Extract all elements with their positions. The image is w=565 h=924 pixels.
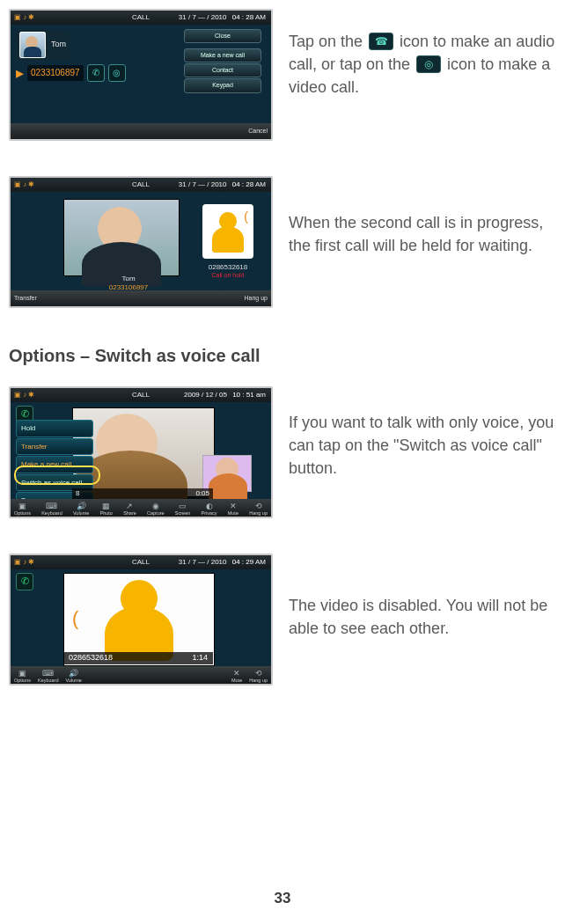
tool-hangup[interactable]: ⟲Hang up — [249, 502, 268, 517]
thumb-bottombar: Cancel — [11, 123, 271, 139]
status-icons: ▣ ♪ ✱ — [14, 390, 34, 400]
ampm-text: AM — [255, 180, 266, 188]
new-call-button[interactable]: Make a new call — [184, 48, 261, 62]
status-icons: ▣ ♪ ✱ — [14, 12, 34, 23]
menu-hold[interactable]: Hold — [16, 420, 93, 437]
text: When the second call is in progress, the… — [289, 211, 565, 257]
screenshot-switch-voice: ▣ ♪ ✱ CALL 2009 / 12 / 05 10 : 51 am ✆ H… — [9, 386, 273, 518]
tool-privacy[interactable]: ◐Privacy — [201, 502, 216, 517]
tool-volume[interactable]: 🔊Volume — [73, 502, 89, 517]
desc-block-1: Tap on the icon to make an audio call, o… — [273, 9, 565, 99]
text: If you want to talk with only voice, you… — [289, 411, 565, 480]
menu-new-call[interactable]: Make a new call — [16, 456, 93, 473]
audio-call-inline-icon — [369, 33, 393, 50]
dial-number: 0233106897 — [27, 65, 84, 82]
text: The video is disabled. You will not be a… — [289, 594, 565, 640]
call-number: 0286532618 — [69, 652, 113, 664]
date-text: 31 / 7 — / 2010 — [179, 558, 227, 566]
number-duration-bar: 0286532618 1:14 — [63, 652, 213, 664]
caret-icon: ▸ — [16, 62, 24, 84]
tool-keyboard[interactable]: ⌨Keyboard — [41, 502, 62, 517]
handset-icon: ( — [244, 208, 248, 225]
tool-photo[interactable]: ▦Photo — [100, 502, 113, 517]
caller-name: Tom — [121, 275, 135, 282]
audio-call-icon[interactable]: ✆ — [87, 64, 105, 82]
clock-text: 04 : 28 — [232, 13, 253, 21]
thumb-topbar: ▣ ♪ ✱ CALL 31 / 7 — / 2010 04 : 28 AM — [11, 178, 271, 192]
call-duration: 1:14 — [192, 652, 208, 664]
section-heading: Options – Switch as voice call — [9, 343, 565, 369]
desc-block-4: The video is disabled. You will not be a… — [273, 554, 565, 640]
status-icons: ▣ ♪ ✱ — [14, 180, 34, 190]
transfer-button[interactable]: Transfer — [14, 294, 37, 303]
tool-options[interactable]: ▣Options — [14, 670, 31, 684]
video-call-inline-icon — [416, 55, 441, 73]
call-duration: 0:05 — [195, 488, 209, 499]
pip-video-area — [202, 455, 252, 492]
cancel-button[interactable]: Cancel — [248, 127, 268, 136]
active-call-icon: ✆ — [16, 573, 33, 590]
main-video-area — [63, 199, 180, 276]
thumb-topbar: ▣ ♪ ✱ CALL 31 / 7 — / 2010 04 : 29 AM — [11, 555, 271, 569]
hangup-button[interactable]: Hang up — [245, 294, 268, 303]
contact-row: Tom — [16, 30, 70, 60]
menu-transfer[interactable]: Transfer — [16, 438, 93, 456]
contact-name: Tom — [51, 39, 66, 50]
handset-icon: ( — [72, 605, 78, 633]
thumb-topbar: ▣ ♪ ✱ CALL 2009 / 12 / 05 10 : 51 am — [11, 388, 271, 402]
clock-text: 04 : 29 — [232, 558, 253, 566]
screenshot-video-disabled: ▣ ♪ ✱ CALL 31 / 7 — / 2010 04 : 29 AM ✆ … — [9, 554, 273, 686]
screenshot-new-call: ▣ ♪ ✱ CALL 31 / 7 — / 2010 04 : 28 AM To… — [9, 9, 273, 141]
tool-options[interactable]: ▣Options — [14, 502, 31, 517]
date-text: 31 / 7 — / 2010 — [179, 180, 227, 188]
silhouette-icon — [101, 580, 177, 659]
clock-text: 04 : 28 — [232, 180, 253, 188]
thumb-bottombar: Transfer Hang up — [11, 290, 271, 306]
text: Tap on the — [289, 33, 367, 50]
duration-bar: 8 0:05 — [72, 488, 213, 499]
call-title: CALL — [132, 12, 150, 23]
held-status: Call on hold — [202, 271, 253, 280]
call-title: CALL — [132, 557, 150, 568]
video-call-icon[interactable]: ◎ — [108, 64, 126, 82]
tool-volume[interactable]: 🔊Volume — [66, 670, 82, 684]
tool-hangup[interactable]: ⟲Hang up — [249, 670, 268, 684]
thumb-topbar: ▣ ♪ ✱ CALL 31 / 7 — / 2010 04 : 28 AM — [11, 11, 271, 25]
ampm-text: AM — [255, 13, 266, 21]
tool-keyboard[interactable]: ⌨Keyboard — [38, 670, 59, 684]
button-panel: Close Make a new call Contact Keypad — [183, 28, 262, 94]
clock-text: 10 : 51 — [232, 391, 253, 399]
keypad-button[interactable]: Keypad — [184, 78, 261, 92]
date-text: 31 / 7 — / 2010 — [179, 13, 227, 21]
date-text: 2009 / 12 / 05 — [184, 391, 227, 399]
clock: 31 / 7 — / 2010 04 : 28 AM — [179, 12, 266, 23]
tool-share[interactable]: ↗Share — [123, 502, 136, 517]
call-title: CALL — [132, 180, 150, 190]
status-icons: ▣ ♪ ✱ — [14, 557, 34, 568]
tool-mute[interactable]: ✕Mute — [228, 502, 238, 517]
screenshot-second-call: ▣ ♪ ✱ CALL 31 / 7 — / 2010 04 : 28 AM ( … — [9, 176, 273, 308]
clock: 2009 / 12 / 05 10 : 51 am — [184, 390, 266, 400]
desc-block-3: If you want to talk with only voice, you… — [273, 386, 565, 480]
left-count: 8 — [76, 488, 79, 499]
desc-block-2: When the second call is in progress, the… — [273, 176, 565, 257]
tool-screen[interactable]: ▭Screen — [175, 502, 190, 517]
contact-button[interactable]: Contact — [184, 63, 261, 77]
dial-row: ▸ 0233106897 ✆ ◎ — [16, 62, 126, 84]
main-video-area — [72, 407, 215, 497]
thumb-toolbar: ▣Options ⌨Keyboard 🔊Volume ▦Photo ↗Share… — [11, 499, 271, 517]
close-button[interactable]: Close — [184, 29, 261, 43]
thumb-toolbar: ▣Options ⌨Keyboard 🔊Volume ✕Mute ⟲Hang u… — [11, 666, 271, 684]
page-number: 33 — [0, 888, 565, 910]
silhouette-icon — [210, 212, 246, 251]
clock: 31 / 7 — / 2010 04 : 28 AM — [179, 180, 266, 190]
call-title: CALL — [132, 390, 150, 400]
tool-capture[interactable]: ◉Capture — [147, 502, 165, 517]
avatar-icon — [19, 32, 46, 58]
tool-mute[interactable]: ✕Mute — [231, 670, 242, 684]
clock: 31 / 7 — / 2010 04 : 29 AM — [179, 557, 266, 568]
ampm-text: am — [256, 391, 266, 399]
ampm-text: AM — [255, 558, 266, 566]
